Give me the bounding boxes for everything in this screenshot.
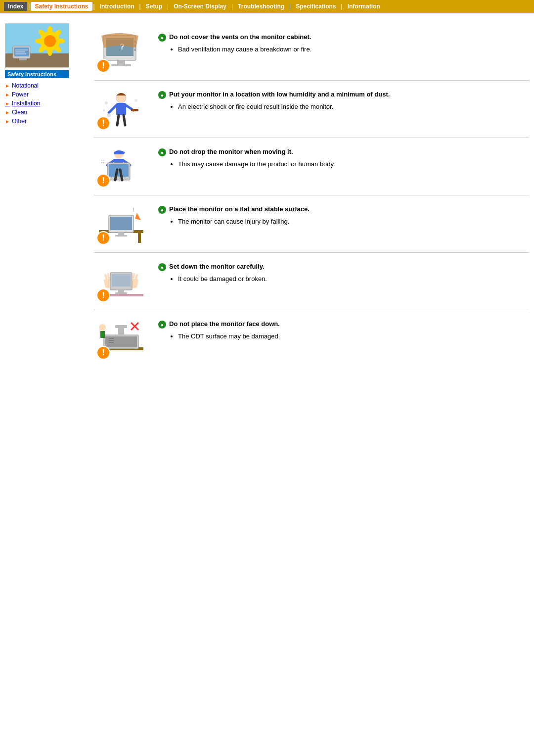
svg-rect-37 [131,109,138,111]
safety-item-4: ! ! ● Place the monitor on a flat and st… [94,195,529,253]
safety-bullets-6: The CDT surface may be damaged. [171,332,529,340]
svg-rect-24 [111,64,131,66]
svg-line-59 [134,274,134,278]
safety-title-text-3: Do not drop the monitor when moving it. [169,148,293,155]
safety-text-4: ● Place the monitor on a flat and stable… [158,203,529,227]
safety-bullets-5: It could be damaged or broken. [171,275,529,283]
arrow-icon-clean: ► [5,110,10,115]
nav-sep-5: | [230,3,234,10]
safety-title-3: ● Do not drop the monitor when moving it… [158,148,529,156]
svg-point-5 [47,48,52,56]
sidebar-item-notational[interactable]: ► Notational [5,82,84,89]
green-circle-5: ● [158,263,166,271]
illus-container-4: ! ! [96,203,146,245]
sidebar-link-notational[interactable]: Notational [12,82,39,89]
svg-rect-17 [15,53,26,54]
safety-bullet-6: The CDT surface may be damaged. [178,332,529,340]
svg-point-75 [99,324,106,331]
nav-sep-4: | [166,3,170,10]
svg-rect-23 [117,60,125,64]
safety-title-text-6: Do not place the monitor face down. [169,320,280,328]
sidebar-item-clean[interactable]: ► Clean [5,109,84,116]
nav-item-safety[interactable]: Safety Instructions [31,2,92,11]
safety-bullets-4: The monitor can cause injury by falling. [171,218,529,225]
sidebar-item-other[interactable]: ► Other [5,118,84,125]
svg-point-3 [44,35,56,47]
nav-sep-6: | [288,3,292,10]
sidebar-link-clean[interactable]: Clean [12,109,27,116]
svg-point-35 [134,99,137,102]
illus-container-1: ? ! [96,31,146,73]
arrow-icon-notational: ► [5,83,10,89]
safety-item-1: ? ! ● Do not cover the vents on the moni… [94,23,529,81]
safety-text-1: ● Do not cover the vents on the monitor … [158,31,529,54]
svg-point-32 [105,101,108,104]
safety-image-6: ! [94,318,148,360]
svg-rect-50 [138,233,141,243]
svg-rect-61 [112,274,131,286]
sidebar-link-other[interactable]: Other [12,118,27,125]
safety-bullet-1: Bad ventilation may cause a breakdown or… [178,46,529,53]
safety-text-6: ● Do not place the monitor face down. Th… [158,318,529,341]
nav-item-setup[interactable]: Setup [142,2,166,11]
svg-rect-53 [118,233,124,235]
sidebar-banner-image [5,23,69,68]
svg-rect-54 [115,235,127,236]
sidebar-item-power[interactable]: ► Power [5,91,84,98]
safety-item-3: ! ● Do not drop the monitor when moving … [94,138,529,195]
safety-bullet-4: The monitor can cause injury by falling. [178,218,529,225]
safety-image-2: ! [94,88,148,130]
sidebar: Safety Instructions ► Notational ► Power… [5,23,84,367]
green-circle-4: ● [158,206,166,214]
safety-image-4: ! ! [94,203,148,245]
sidebar-link-power[interactable]: Power [12,91,29,98]
svg-text:!: ! [133,207,134,213]
sidebar-nav: ► Notational ► Power ► Installation ► Cl… [5,82,84,125]
warn-badge-4: ! [96,231,110,245]
svg-rect-43 [109,164,129,177]
nav-bar: Index | Safety Instructions | Introducti… [0,0,534,13]
svg-rect-76 [100,331,105,338]
svg-point-34 [107,113,111,117]
svg-rect-16 [15,51,25,52]
svg-rect-27 [116,103,126,115]
svg-rect-14 [19,58,27,60]
svg-line-56 [105,275,106,278]
sidebar-label: Safety Instructions [5,70,69,78]
safety-title-5: ● Set down the monitor carefully. [158,263,529,271]
nav-sep-2: | [92,3,96,10]
nav-sep-1: | [27,3,31,10]
nav-item-specs[interactable]: Specifications [292,2,340,11]
green-circle-2: ● [158,91,166,99]
svg-rect-52 [110,217,132,230]
safety-item-5: ! ● Set down the monitor carefully. It c… [94,253,529,310]
safety-title-text-5: Set down the monitor carefully. [169,263,265,270]
safety-item-2: ! ● Put your monitor in a location with … [94,81,529,138]
warn-badge-5: ! [96,288,110,302]
safety-image-5: ! [94,260,148,302]
safety-text-5: ● Set down the monitor carefully. It cou… [158,260,529,284]
svg-rect-15 [15,49,28,50]
nav-item-info[interactable]: Information [344,2,384,11]
sidebar-item-installation[interactable]: ► Installation [5,100,84,107]
arrow-icon-other: ► [5,119,10,124]
safety-image-3: ! [94,145,148,188]
svg-line-57 [108,274,109,278]
nav-sep-3: | [138,3,142,10]
illus-container-5: ! [96,260,146,302]
svg-rect-72 [115,325,127,328]
safety-bullets-1: Bad ventilation may cause a breakdown or… [171,46,529,53]
safety-item-6: ! ● Do not place the monitor face down. … [94,310,529,367]
safety-bullet-5: It could be damaged or broken. [178,275,529,283]
nav-item-index[interactable]: Index [4,2,27,11]
safety-title-2: ● Put your monitor in a location with lo… [158,91,529,99]
safety-bullets-3: This may cause damage to the product or … [171,160,529,168]
nav-item-osd[interactable]: On-Screen Display [170,2,230,11]
safety-title-text-4: Place the monitor on a flat and stable s… [169,205,310,213]
nav-item-intro[interactable]: Introduction [96,2,138,11]
sidebar-link-installation[interactable]: Installation [12,100,40,107]
safety-title-1: ● Do not cover the vents on the monitor … [158,33,529,42]
nav-item-troubleshooting[interactable]: Troubleshooting [234,2,288,11]
warn-badge-2: ! [96,116,110,130]
content-area: ? ! ● Do not cover the vents on the moni… [84,23,529,367]
